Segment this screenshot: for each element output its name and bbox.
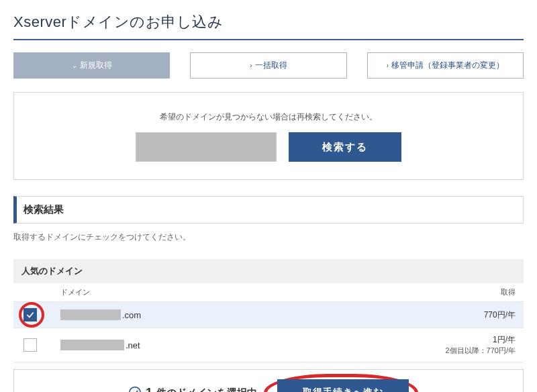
check-icon (26, 310, 35, 320)
tab-transfer-application[interactable]: › 移管申請（登録事業者の変更） (367, 52, 524, 79)
column-header-price: 取得 (422, 287, 516, 297)
tab-bulk-registration[interactable]: › 一括取得 (190, 52, 346, 79)
search-note: 希望のドメインが見つからない場合は再検索してください。 (28, 111, 509, 123)
price-value: 1円/年 (422, 334, 516, 346)
price-value: 770円/年 (422, 309, 516, 321)
results-heading: 検索結果 (13, 196, 524, 224)
check-circle-icon (128, 386, 142, 392)
price-sub: 2個目以降：770円/年 (422, 346, 516, 356)
domain-tld: .net (126, 340, 140, 350)
svg-point-0 (130, 387, 141, 392)
selected-count-label: 件のドメインを選択中 (156, 387, 257, 392)
tab-label: 一括取得 (255, 60, 287, 71)
domain-search-input[interactable] (136, 132, 277, 162)
domain-name-cell: .net (60, 340, 422, 350)
price-cell: 1円/年 2個目以降：770円/年 (422, 334, 516, 356)
selection-footer: 1 件のドメインを選択中 取得手続きへ進む (13, 369, 524, 392)
table-row: .com 770円/年 (13, 302, 524, 328)
tab-new-registration[interactable]: ⌄ 新規取得 (13, 52, 170, 79)
search-panel: 希望のドメインが見つからない場合は再検索してください。 検索する (13, 92, 524, 180)
popular-domains-heading: 人気のドメイン (13, 259, 524, 283)
chevron-right-icon: › (387, 62, 389, 69)
masked-text (60, 340, 124, 350)
domain-tld: .com (122, 310, 141, 320)
masked-text (60, 309, 121, 320)
tab-label: 新規取得 (80, 60, 112, 71)
selected-count-number: 1 (146, 386, 152, 392)
domain-checkbox[interactable] (23, 308, 37, 322)
selected-count: 1 件のドメインを選択中 (128, 386, 257, 392)
tab-label: 移管申請（登録事業者の変更） (391, 60, 504, 71)
domain-table: ドメイン 取得 .com 770円/年 .net 1円/年 2個目以降：770円… (13, 283, 524, 362)
proceed-button[interactable]: 取得手続きへ進む (277, 379, 409, 392)
chevron-right-icon: › (250, 62, 252, 69)
column-header-domain: ドメイン (60, 287, 422, 297)
domain-name-cell: .com (60, 309, 422, 320)
table-header: ドメイン 取得 (13, 283, 524, 302)
search-row: 検索する (28, 132, 509, 162)
table-row: .net 1円/年 2個目以降：770円/年 (13, 328, 524, 362)
tab-bar: ⌄ 新規取得 › 一括取得 › 移管申請（登録事業者の変更） (13, 52, 524, 79)
price-cell: 770円/年 (422, 309, 516, 321)
search-button[interactable]: 検索する (289, 132, 401, 162)
results-hint: 取得するドメインにチェックをつけてください。 (13, 232, 524, 243)
page-title: Xserverドメインのお申し込み (13, 12, 524, 40)
domain-checkbox[interactable] (23, 338, 37, 352)
chevron-down-icon: ⌄ (72, 62, 77, 69)
